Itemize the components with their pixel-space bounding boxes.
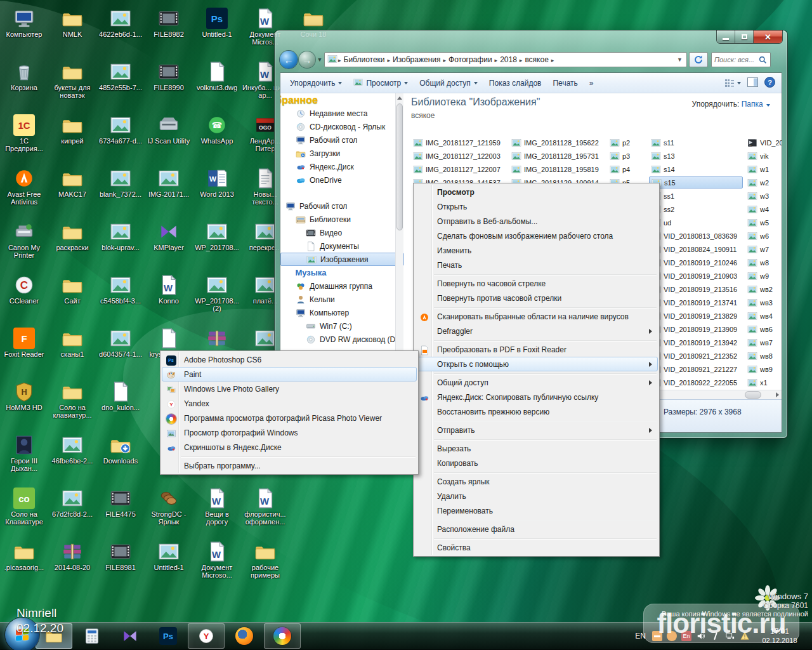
file-item[interactable]: IMG_20181127_121959	[411, 136, 506, 149]
file-item[interactable]: MP4VID_20180	[745, 136, 782, 149]
file-item[interactable]: w8	[745, 256, 782, 269]
file-item[interactable]: ud	[649, 216, 743, 229]
toolbar-упорядочить[interactable]: Упорядочить	[284, 76, 348, 91]
breadcrumb-item[interactable]: Фотографии	[447, 55, 494, 64]
refresh-button[interactable]	[689, 52, 708, 67]
file-item[interactable]: w7	[745, 243, 782, 255]
desktop-icon-img[interactable]: d6043574-1...	[97, 325, 144, 358]
menu-item-повернуть-по-часовой-стрелке[interactable]: Повернуть по часовой стрелке	[415, 276, 658, 291]
menu-item-расположение-файла[interactable]: Расположение файла	[415, 522, 658, 536]
nav-item-img[interactable]: Изображения	[280, 253, 404, 266]
desktop-icon-solo[interactable]: со Соло на Клавиатуре	[1, 485, 48, 526]
file-item[interactable]: wв3	[745, 296, 782, 308]
taskbar-button-calculator[interactable]	[74, 623, 110, 649]
toolbar-печать[interactable]: Печать	[547, 76, 583, 91]
file-item[interactable]: s13	[649, 150, 743, 162]
file-item[interactable]: w2	[745, 176, 782, 189]
desktop-icon-img[interactable]: blank_7372...	[97, 165, 144, 198]
menu-item-windows-live-photo-gallery[interactable]: Windows Live Photo Gallery	[162, 381, 417, 396]
back-button[interactable]: ←	[280, 51, 298, 69]
file-item[interactable]: IMG_20181128_195731	[509, 150, 605, 162]
desktop-icon-img[interactable]: IMG-20171...	[145, 165, 192, 198]
file-item[interactable]: w9	[745, 270, 782, 282]
file-item[interactable]: MP4VID_20180921_221227	[649, 363, 743, 375]
desktop-icon-word[interactable]: W Konno	[145, 272, 192, 305]
desktop-icon-page[interactable]: volknut3.dwg	[193, 58, 240, 91]
file-item[interactable]: w3	[745, 190, 782, 202]
toolbar-показ-слайдов[interactable]: Показ слайдов	[483, 76, 547, 91]
desktop-icon-film[interactable]: FILE8981	[97, 538, 144, 571]
nav-item-drive[interactable]: Win7 (C:)	[280, 319, 404, 333]
nav-item-folder-down[interactable]: Загрузки	[280, 147, 404, 160]
desktop-icon-folder[interactable]: раскраски	[49, 218, 96, 251]
menu-item-открыть[interactable]: Открыть	[415, 199, 658, 214]
address-breadcrumb[interactable]: ▸Библиотеки▸Изображения▸Фотографии▸2018▸…	[324, 52, 687, 67]
file-item[interactable]: MP4VID_20180921_212352	[649, 350, 743, 362]
menu-item-свойства[interactable]: Свойства	[415, 540, 658, 555]
toolbar-общий-доступ[interactable]: Общий доступ	[414, 76, 483, 91]
desktop-icon-canon[interactable]: Canon My Printer	[1, 218, 48, 259]
desktop-icon-kmplayer[interactable]: KMPlayer	[145, 218, 192, 251]
menu-item-просмотр-фотографий-windows[interactable]: Просмотр фотографий Windows	[162, 425, 417, 440]
desktop-icon-word[interactable]: W флористич... оформлен...	[242, 485, 289, 526]
menu-item-копировать[interactable]: Копировать	[415, 456, 658, 470]
file-item[interactable]: w6	[745, 230, 782, 242]
file-item[interactable]: s15	[649, 176, 743, 189]
nav-item-cd[interactable]: DVD RW дисковод (D:)	[280, 333, 404, 346]
file-item[interactable]: IMG_20181127_122003	[411, 150, 506, 162]
desktop-icon-img[interactable]: WP_201708... (2)	[193, 272, 240, 312]
desktop-icon-img[interactable]: 4852e55b-7...	[97, 58, 144, 91]
file-item[interactable]: x1	[745, 376, 782, 388]
file-item[interactable]: MP4VID_20180919_213909	[649, 323, 743, 335]
desktop-icon-recycle[interactable]: Корзина	[1, 58, 48, 91]
desktop-icon-dark[interactable]: Герои III Дыхан...	[1, 432, 48, 472]
nav-item-computer[interactable]: Компьютер	[280, 306, 404, 319]
file-item[interactable]: ss1	[649, 190, 743, 202]
file-item[interactable]: MP4VID_20180919_210246	[649, 256, 743, 269]
maximize-button[interactable]	[735, 30, 754, 43]
menu-item-повернуть-против-часовой-стрелки[interactable]: Повернуть против часовой стрелки	[415, 291, 658, 305]
change-view-button[interactable]	[724, 79, 741, 88]
desktop-icon-scanner[interactable]: IJ Scan Utility	[145, 112, 192, 145]
desktop-icon-foxit[interactable]: F Foxit Reader	[1, 325, 48, 358]
menu-item-переименовать[interactable]: Переименовать	[415, 503, 658, 518]
close-button[interactable]: ✕	[754, 30, 782, 43]
menu-item-яндекс-диск-скопировать-публичную-ссылку[interactable]: Яндекс.Диск: Скопировать публичную ссылк…	[415, 390, 658, 404]
desktop-icon-rings[interactable]: StrongDC - Ярлык	[145, 485, 192, 526]
toolbar-просмотр[interactable]: Просмотр	[348, 74, 414, 92]
file-item[interactable]: vik	[745, 150, 782, 162]
nav-item-lib[interactable]: Библиотеки	[280, 213, 404, 226]
desktop-icon-page[interactable]: dno_kulon...	[97, 378, 144, 411]
desktop-icon-folder[interactable]: .picasaorig...	[1, 538, 48, 571]
menu-item-defraggler[interactable]: Defraggler	[415, 324, 658, 338]
desktop-icon-folder[interactable]: Соло на клавиатур...	[49, 378, 96, 419]
breadcrumb-item[interactable]: Библиотеки	[342, 55, 387, 64]
nav-item-homegroup[interactable]: Домашняя группа	[280, 279, 404, 293]
file-item[interactable]: ss2	[649, 203, 743, 215]
file-item[interactable]: wв4	[745, 310, 782, 322]
menu-item-сканировать-выбранные-области-на-наличие[interactable]: Сканировать выбранные области на наличие…	[415, 309, 658, 324]
menu-item-скриншоты-в-яндекс-диске[interactable]: Скриншоты в Яндекс.Диске	[162, 440, 417, 454]
file-item[interactable]: w4	[745, 203, 782, 215]
nav-item-yadisk[interactable]: Яндекс.Диск	[280, 160, 404, 173]
menu-item-yandex[interactable]: YYandex	[162, 396, 417, 411]
desktop-icon-img[interactable]: blok-uprav...	[97, 218, 144, 251]
nav-item-user[interactable]: Кельпи	[280, 293, 404, 306]
nav-item-star[interactable]: Избранное	[280, 93, 404, 107]
breadcrumb-item[interactable]: всякое	[523, 55, 550, 64]
search-box[interactable]	[711, 52, 771, 67]
menu-item-общий-доступ[interactable]: Общий доступ	[415, 375, 658, 390]
nav-item-cloud[interactable]: OneDrive	[280, 173, 404, 187]
desktop-icon-word[interactable]: W Вещи в дорогу	[193, 485, 240, 526]
file-item[interactable]: w5	[745, 216, 782, 229]
file-item[interactable]: wв8	[745, 350, 782, 362]
menu-item-восстановить-прежнюю-версию[interactable]: Восстановить прежнюю версию	[415, 404, 658, 419]
desktop-icon-film[interactable]: FILE8990	[145, 58, 192, 91]
desktop-icon-onec[interactable]: 1С 1С Предприя...	[1, 112, 48, 152]
menu-item-paint[interactable]: Paint	[162, 367, 417, 381]
taskbar-button-yandex-browser[interactable]: Y	[188, 623, 225, 649]
breadcrumb-item[interactable]: 2018	[498, 55, 519, 64]
file-item[interactable]: MP4VID_20180919_210903	[649, 270, 743, 282]
desktop-icon-computer[interactable]: Компьютер	[1, 5, 48, 38]
desktop-icon-img[interactable]: 67d2fc8d-2...	[49, 485, 96, 518]
